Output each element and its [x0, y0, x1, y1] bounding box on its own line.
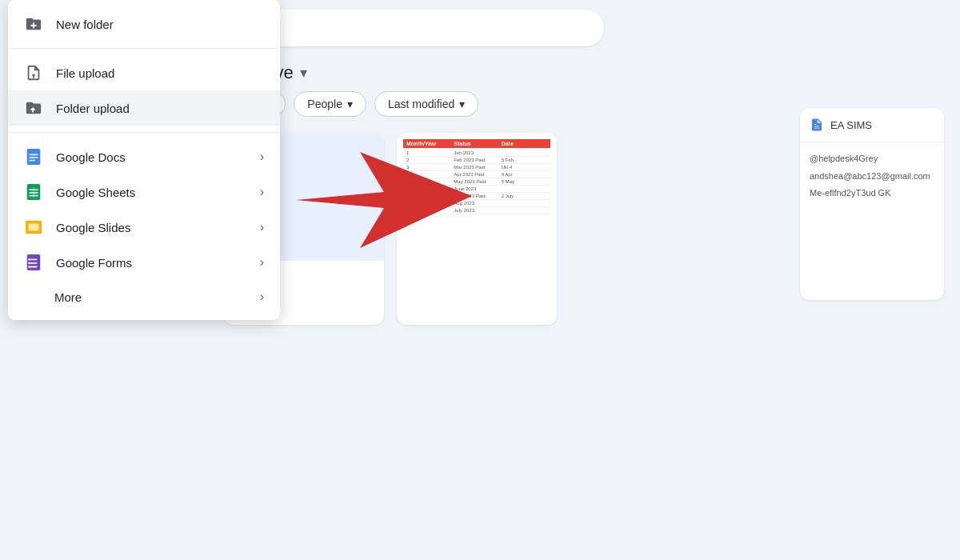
sheets-icon [24, 182, 43, 202]
new-folder-icon [24, 14, 43, 34]
svg-rect-2 [30, 157, 38, 158]
docs-label: Google Docs [56, 150, 247, 164]
dropdown-item-new-folder[interactable]: New folder [8, 6, 280, 42]
slides-arrow: › [260, 220, 264, 234]
folder-upload-icon [24, 98, 43, 118]
svg-rect-13 [30, 262, 37, 264]
forms-arrow: › [260, 255, 264, 270]
dropdown-item-more[interactable]: More › [8, 280, 280, 314]
svg-rect-12 [30, 258, 37, 260]
file-upload-label: File upload [56, 66, 264, 80]
docs-icon [24, 147, 43, 166]
red-arrow-pointer [296, 152, 472, 251]
dropdown-item-file-upload[interactable]: File upload [8, 55, 280, 90]
more-label: More [54, 290, 247, 304]
dropdown-section-2: File upload Folder upload [8, 48, 280, 132]
dropdown-section-1: New folder [8, 0, 280, 48]
svg-point-14 [28, 258, 30, 261]
dropdown-item-sheets[interactable]: Google Sheets › [8, 174, 280, 210]
svg-rect-16 [30, 266, 37, 268]
sheets-arrow: › [260, 185, 264, 199]
svg-rect-10 [29, 223, 39, 230]
slides-icon [24, 218, 43, 237]
svg-point-15 [28, 262, 30, 265]
forms-icon [24, 253, 43, 272]
dropdown-item-slides[interactable]: Google Slides › [8, 210, 280, 245]
dropdown-menu: New folder File upload Folder uplo [8, 0, 280, 320]
folder-upload-label: Folder upload [56, 102, 264, 115]
sheets-label: Google Sheets [56, 186, 247, 199]
svg-rect-3 [30, 160, 35, 162]
slides-label: Google Slides [56, 221, 247, 234]
more-icon [24, 288, 42, 306]
more-arrow: › [260, 290, 264, 304]
svg-point-17 [28, 266, 30, 268]
dropdown-item-folder-upload[interactable]: Folder upload [8, 90, 280, 126]
new-folder-label: New folder [56, 18, 264, 31]
file-upload-icon [24, 63, 43, 82]
docs-arrow: › [260, 150, 264, 164]
forms-label: Google Forms [56, 256, 247, 270]
svg-rect-1 [30, 154, 38, 155]
dropdown-item-docs[interactable]: Google Docs › [8, 139, 280, 174]
svg-marker-18 [296, 152, 472, 248]
dropdown-overlay[interactable]: New folder File upload Folder uplo [0, 0, 960, 560]
dropdown-item-forms[interactable]: Google Forms › [8, 245, 280, 280]
dropdown-section-3: Google Docs › Google Sheets › [8, 132, 280, 320]
